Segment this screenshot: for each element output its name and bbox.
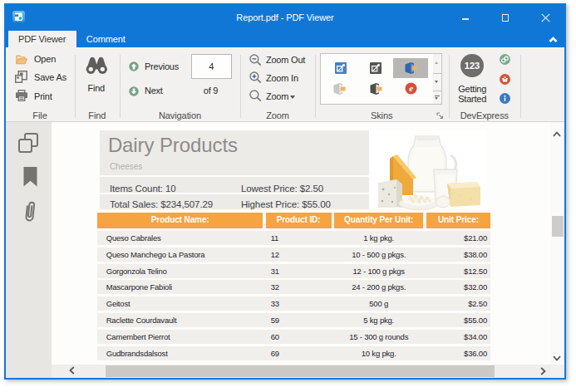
svg-text:123: 123 xyxy=(465,61,480,71)
svg-text:e: e xyxy=(409,83,413,93)
